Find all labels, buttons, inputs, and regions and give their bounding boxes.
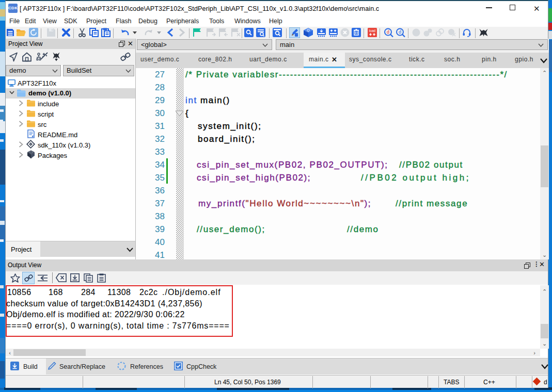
- svg-text:d: d: [387, 29, 389, 35]
- svg-text:d: d: [399, 29, 401, 35]
- svg-text:load: load: [369, 29, 376, 32]
